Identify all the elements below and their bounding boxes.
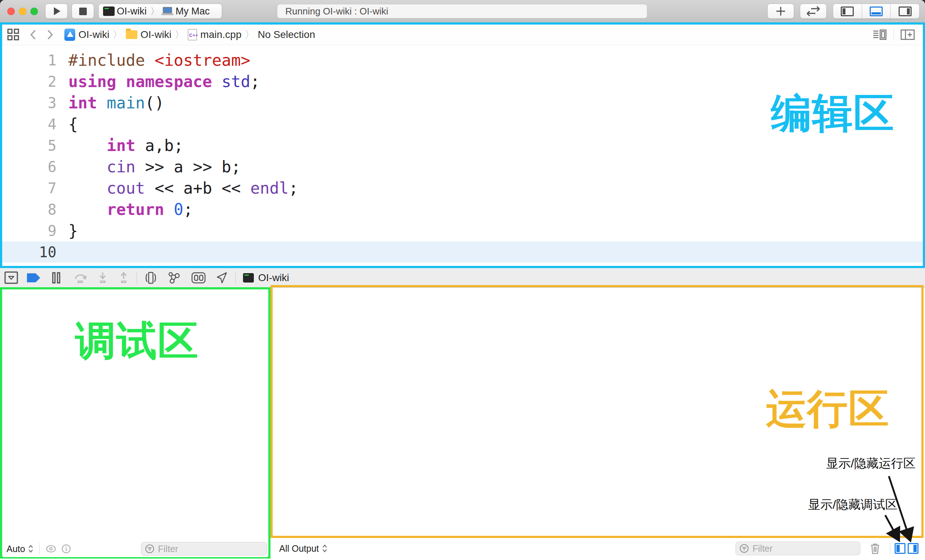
line-content: int a,b; (68, 136, 183, 155)
debug-area-annotation: 调试区 (75, 321, 199, 361)
zoom-button[interactable] (30, 8, 38, 15)
variables-filter-field[interactable] (141, 542, 267, 555)
quick-look-button[interactable] (45, 545, 56, 553)
minimize-button[interactable] (19, 8, 26, 15)
debug-view-hierarchy-button[interactable] (145, 271, 157, 284)
back-button[interactable] (29, 29, 37, 41)
stop-icon (79, 8, 87, 15)
line-number: 1 (2, 52, 56, 69)
code-line-8[interactable]: 8 return 0; (2, 199, 923, 220)
add-editor-button[interactable] (900, 29, 915, 41)
stop-button[interactable] (72, 4, 94, 19)
activity-status-display: Running OI-wiki : OI-wiki (277, 4, 647, 18)
related-items-button[interactable] (7, 29, 20, 41)
cpp-file-icon: C++ (188, 29, 197, 41)
editor-options-button[interactable] (872, 29, 887, 41)
scheme-selector[interactable]: OI-wiki 〉 My Mac (98, 4, 222, 19)
divider (890, 543, 890, 554)
line-number: 4 (2, 116, 56, 133)
step-out-button[interactable] (119, 272, 129, 284)
scope-selector-chevrons-icon[interactable] (28, 545, 34, 553)
breadcrumb-project[interactable]: OI-wiki (64, 29, 110, 41)
code-lines: 1#include <iostream>2using namespace std… (2, 50, 923, 263)
library-add-button[interactable] (767, 4, 794, 19)
line-content: cout << a+b << endl; (68, 179, 298, 197)
run-button[interactable] (45, 4, 68, 19)
breakpoints-toggle-button[interactable] (26, 272, 41, 283)
code-line-9[interactable]: 9} (2, 220, 923, 241)
forward-button[interactable] (46, 29, 54, 41)
scheme-target-label: OI-wiki (117, 6, 147, 17)
line-number: 9 (2, 222, 56, 239)
step-over-button[interactable] (74, 272, 87, 284)
scope-selector[interactable]: Auto (6, 544, 25, 554)
code-line-2[interactable]: 2using namespace std; (2, 71, 923, 92)
status-text: Running OI-wiki : OI-wiki (285, 6, 389, 17)
toggle-console-view-button[interactable] (908, 543, 919, 554)
divider (235, 272, 236, 284)
callout-toggle-variables: 显示/隐藏调试区 (808, 496, 898, 513)
clear-console-button[interactable] (870, 542, 881, 555)
info-button[interactable] (62, 544, 71, 554)
toggle-navigator-button[interactable] (833, 4, 862, 18)
debug-process-chip[interactable]: OI-wiki (243, 272, 289, 284)
close-button[interactable] (7, 8, 15, 15)
editor-area-annotation: 编辑区 (771, 93, 895, 134)
line-number: 3 (2, 95, 56, 111)
plus-icon (775, 5, 786, 17)
breadcrumb-file[interactable]: C++ main.cpp (188, 29, 241, 41)
right-pane-icon (913, 545, 917, 552)
console-area-annotation: 运行区 (766, 389, 890, 429)
chevron-separator-icon: 〉 (151, 5, 160, 18)
console-filter-field[interactable] (735, 542, 860, 555)
divider (893, 29, 894, 40)
right-panel-icon (899, 6, 911, 16)
line-number: 7 (2, 180, 56, 197)
environment-overrides-button[interactable] (191, 272, 206, 284)
breadcrumb-group[interactable]: OI-wiki (126, 29, 172, 41)
filter-icon (145, 544, 154, 554)
pause-button[interactable] (51, 272, 62, 284)
project-icon (64, 29, 75, 41)
code-line-6[interactable]: 6 cin >> a >> b; (2, 156, 923, 177)
play-icon (51, 6, 62, 17)
filter-icon (740, 544, 749, 553)
line-number: 5 (2, 137, 56, 154)
line-number: 8 (2, 201, 56, 218)
output-selector-chevrons-icon[interactable] (322, 545, 328, 552)
panel-toggle-group (833, 4, 920, 19)
breadcrumb-selection[interactable]: No Selection (258, 29, 315, 41)
editor-mode-button[interactable] (800, 4, 827, 19)
folder-icon (126, 30, 137, 39)
scheme-target-icon (103, 6, 114, 16)
line-content: return 0; (68, 200, 193, 219)
breadcrumb-chevron-icon: 〉 (175, 28, 184, 41)
toggle-debug-area-button[interactable] (862, 4, 890, 18)
step-into-button[interactable] (98, 272, 108, 284)
variables-view-footer: Auto (3, 540, 268, 557)
divider (137, 272, 137, 284)
output-selector[interactable]: All Output (279, 543, 319, 554)
code-line-1[interactable]: 1#include <iostream> (2, 50, 923, 71)
memory-graph-button[interactable] (167, 271, 181, 284)
process-terminal-icon (243, 273, 254, 282)
console-footer: All Output (273, 539, 923, 558)
variables-filter-input[interactable] (157, 543, 246, 555)
xcode-window: OI-wiki 〉 My Mac Running OI-wiki : OI-wi… (0, 0, 925, 560)
console-filter-input[interactable] (752, 543, 840, 554)
code-line-10[interactable]: 10 (2, 241, 923, 263)
simulate-location-button[interactable] (216, 272, 227, 284)
process-label: OI-wiki (258, 272, 289, 284)
scheme-destination-label: My Mac (176, 6, 210, 17)
line-number: 10 (2, 244, 56, 260)
my-mac-icon (161, 7, 173, 15)
left-pane-icon (896, 545, 900, 552)
code-line-5[interactable]: 5 int a,b; (2, 135, 923, 156)
code-line-7[interactable]: 7 cout << a+b << endl; (2, 177, 923, 199)
line-content: int main() (68, 93, 164, 112)
hide-debug-area-button[interactable] (5, 271, 18, 284)
toggle-inspector-button[interactable] (890, 4, 919, 18)
breadcrumb-chevron-icon: 〉 (113, 28, 123, 41)
toggle-variables-view-button[interactable] (895, 543, 905, 554)
divider (39, 543, 40, 555)
